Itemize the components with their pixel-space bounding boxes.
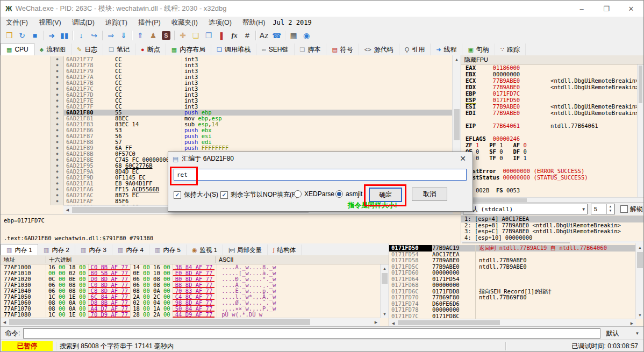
stack-hscrollbar[interactable]: ◀ ▶ — [389, 319, 636, 326]
tab-引用[interactable]: Ϙ引用 — [399, 44, 431, 55]
register-list[interactable]: EAX 01186000EBX 00000000ECX 77B9ABE0 <nt… — [461, 64, 643, 197]
menu-item[interactable]: 视图(V) — [33, 18, 67, 27]
breakpoint-dot-icon[interactable]: ● — [56, 187, 59, 191]
tab-线程[interactable]: ➜线程 — [431, 44, 462, 55]
stack-args-list[interactable]: 1: [esp+4] A0C17EEA2: [esp+8] 77B9ABE0 <… — [461, 215, 643, 241]
registers-vscrollbar[interactable] — [637, 64, 643, 197]
register-line[interactable]: EDI 77B9ABE0 <ntdll.DbgUiRemoteBreakin> — [461, 110, 643, 116]
scroll-left-arrow[interactable]: ◀ — [389, 319, 397, 326]
args-count-stepper[interactable]: 5 ▲▼ — [591, 204, 615, 214]
menu-item[interactable]: 帮助(H) — [237, 18, 270, 27]
breakpoint-dot-icon[interactable]: ● — [56, 146, 59, 150]
register-line[interactable] — [461, 161, 643, 168]
open-file-icon[interactable]: ❒ — [3, 29, 16, 42]
tab-CPU[interactable]: ▦CPU — [1, 43, 34, 56]
breakpoint-dot-icon[interactable]: ● — [56, 98, 59, 103]
tab-监视 1[interactable]: ◉监视 1 — [187, 245, 223, 255]
cancel-button[interactable]: 取消 — [412, 188, 447, 201]
scroll-up-arrow[interactable]: ▲ — [453, 55, 461, 63]
labels-icon[interactable]: ❐ — [202, 29, 215, 42]
keep-size-checkbox[interactable]: ✓ — [174, 191, 181, 199]
calling-convention-select[interactable]: 默认 (stdcall) ▼ — [463, 204, 588, 214]
breakpoint-dot-icon[interactable]: ● — [56, 92, 59, 97]
stack-row[interactable]: 0171FD5877B9ABE0ntdll.77B9ABE0 — [389, 257, 636, 264]
register-line[interactable]: LastStatus 00000000 (STATUS_SUCCESS) — [461, 174, 643, 181]
menu-item[interactable]: 插件(P) — [133, 18, 166, 27]
asmjit-radio[interactable] — [335, 190, 343, 198]
calculator-icon[interactable]: ▦ — [287, 29, 300, 42]
hide-fpu-button[interactable]: 隐藏FPU — [461, 55, 643, 64]
scroll-left-arrow[interactable]: ◀ — [1, 318, 9, 326]
tab-SEH链[interactable]: ∞SEH链 — [256, 44, 295, 55]
tab-内存 1[interactable]: ▥内存 1 — [1, 244, 38, 256]
register-line[interactable]: EBP 0171FD7C — [461, 90, 643, 97]
breakpoint-dot-icon[interactable]: ● — [56, 69, 59, 73]
strings-s-icon[interactable]: S — [162, 31, 170, 40]
breakpoint-dot-icon[interactable]: ● — [56, 81, 59, 85]
register-line[interactable]: GS 002B FS 0053 — [461, 187, 643, 193]
tab-笔记[interactable]: ❏笔记 — [103, 44, 135, 55]
attach-icon[interactable]: ♟ — [147, 29, 160, 42]
hash-icon[interactable]: # — [241, 29, 254, 42]
tab-内存 4[interactable]: ▥内存 4 — [112, 245, 149, 255]
unlock-checkbox[interactable] — [620, 205, 628, 213]
memdump-vscrollbar[interactable]: ▲ ▼ — [380, 264, 389, 318]
breakpoint-dot-icon[interactable]: ● — [56, 163, 59, 168]
tab-脚本[interactable]: ❏脚本 — [295, 44, 327, 55]
dialog-close-icon[interactable]: ✕ — [460, 154, 466, 163]
tab-断点[interactable]: ●断点 — [135, 44, 166, 55]
breakpoint-dot-icon[interactable]: ● — [56, 116, 59, 120]
fill-nop-checkbox[interactable]: ✓ — [220, 191, 228, 199]
scroll-right-arrow[interactable]: ▶ — [628, 319, 636, 326]
breakpoint-dot-icon[interactable]: ● — [56, 134, 59, 138]
bookmarks-icon[interactable]: ❚ — [215, 29, 228, 42]
register-line[interactable] — [461, 116, 643, 123]
close-button[interactable]: ✕ — [619, 1, 643, 17]
tab-结构体[interactable]: ʃ结构体 — [268, 245, 302, 255]
breakpoint-dot-icon[interactable]: ● — [56, 157, 59, 162]
functions-icon[interactable]: fx — [228, 29, 241, 42]
scroll-thumb[interactable] — [637, 252, 643, 268]
stop-icon[interactable]: ■ — [28, 29, 41, 42]
tab-内存 2[interactable]: ▥内存 2 — [38, 245, 75, 255]
stack-row[interactable]: 0171FD7077B69F80ntdll.77B69F80 — [389, 294, 636, 301]
pause-icon[interactable]: ▮▮ — [58, 29, 71, 42]
breakpoint-dot-icon[interactable]: ● — [56, 87, 59, 91]
scroll-down-arrow[interactable]: ▼ — [381, 310, 389, 318]
memdump-hscrollbar[interactable]: ◀ ▶ — [1, 318, 380, 326]
menu-item[interactable]: 选项(O) — [203, 18, 237, 27]
stack-row[interactable]: 0171FD640171FD54 — [389, 276, 636, 283]
run-icon[interactable]: ➜ — [45, 29, 58, 42]
scroll-thumb[interactable] — [398, 320, 500, 325]
breakpoint-dot-icon[interactable]: ● — [56, 75, 59, 79]
breakpoint-dot-icon[interactable]: ● — [56, 199, 59, 203]
register-line[interactable]: CF 0 TF 0 IF 1 — [461, 155, 643, 161]
stack-row[interactable]: 0171FD5077B9AC19返回到 ntdll.77B9AC19 自 ntd… — [389, 245, 636, 252]
stack-row[interactable]: 0171FD6000000000 — [389, 270, 636, 276]
tab-内存布局[interactable]: ▦内存布局 — [166, 44, 211, 55]
breakpoint-dot-icon[interactable]: ● — [56, 152, 59, 156]
menu-item[interactable]: 文件(F) — [1, 18, 33, 27]
scroll-left-arrow[interactable]: ◀ — [63, 206, 71, 214]
scroll-down-arrow[interactable]: ▼ — [636, 311, 644, 319]
command-input[interactable] — [23, 328, 600, 339]
breakpoint-dot-icon[interactable]: ● — [56, 104, 59, 109]
stack-arg-line[interactable]: 4: [esp+10] 00000000 — [461, 235, 643, 241]
tab-内存 5[interactable]: ▥内存 5 — [149, 245, 187, 255]
register-line[interactable]: EDX 77B9ABE0 <ntdll.DbgUiRemoteBreakin> — [461, 84, 643, 90]
register-line[interactable]: ECX 77B9ABE0 <ntdll.DbgUiRemoteBreakin> — [461, 77, 643, 84]
breakpoint-dot-icon[interactable]: ● — [56, 175, 59, 179]
scroll-up-arrow[interactable]: ▲ — [381, 264, 389, 272]
breakpoint-dot-icon[interactable]: ● — [56, 169, 59, 174]
scroll-thumb[interactable] — [639, 66, 642, 103]
tab-符号[interactable]: ▤符号 — [326, 44, 359, 55]
scroll-thumb[interactable] — [9, 319, 310, 325]
memdump-row[interactable]: 77AF10801C 00 1E 0070 D9 AF 7728 00 2A 0… — [1, 312, 380, 318]
register-line[interactable]: LastError 00000000 (ERROR_SUCCESS) — [461, 168, 643, 174]
register-line[interactable]: EIP 77B64061 ntdll.77B64061 — [461, 123, 643, 129]
scroll-thumb[interactable] — [454, 109, 460, 140]
patch-icon[interactable]: ✚ — [176, 29, 189, 42]
stack-vscrollbar[interactable]: ▲ ▼ — [635, 243, 644, 319]
menu-item[interactable]: 收藏夹(I) — [166, 18, 203, 27]
restart-icon[interactable]: ↻ — [16, 29, 28, 42]
